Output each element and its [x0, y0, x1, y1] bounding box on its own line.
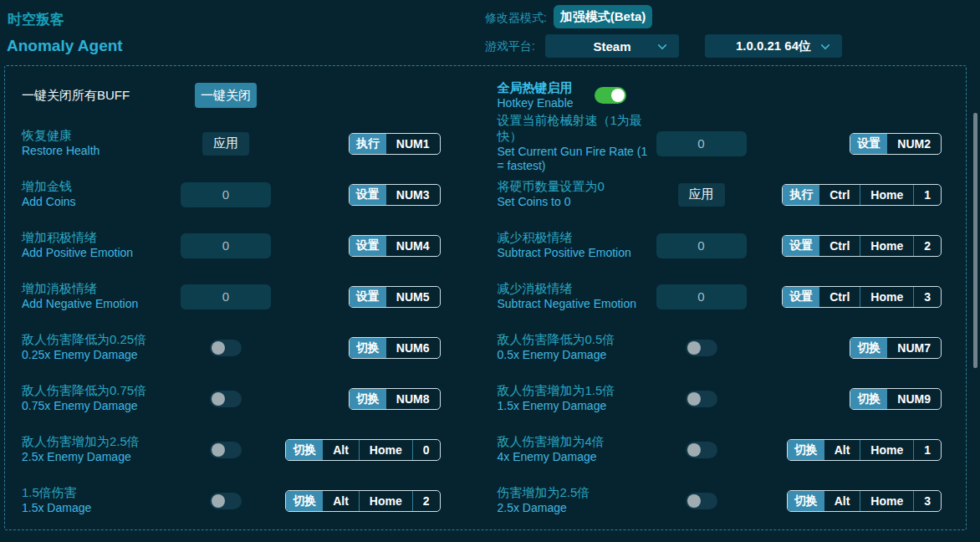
- hotkey-action-button[interactable]: 执行: [783, 185, 819, 205]
- hotkey-widget[interactable]: 设置CtrlHome3: [782, 286, 942, 308]
- hotkey-action-button[interactable]: 设置: [850, 134, 887, 154]
- toggle-switch[interactable]: [210, 442, 242, 458]
- toggle-switch[interactable]: [686, 391, 717, 407]
- cheat-label-en: 2.5x Enemy Damage: [22, 450, 179, 465]
- hotkey-widget[interactable]: 切换AltHome3: [787, 490, 942, 512]
- hotkey-widget[interactable]: 切换AltHome1: [787, 439, 942, 461]
- hotkey-enable-toggle[interactable]: [595, 87, 626, 104]
- cheat-row: 设置当前枪械射速（1为最快）Set Current Gun Fire Rate …: [486, 118, 967, 169]
- toggle-knob: [687, 392, 701, 406]
- control-slot: [655, 284, 748, 309]
- hotkey-action-button[interactable]: 设置: [783, 236, 819, 256]
- hotkey-widget[interactable]: 切换NUM6: [349, 337, 441, 359]
- hotkey-action-button[interactable]: 切换: [286, 440, 323, 460]
- apply-button[interactable]: 应用: [202, 132, 249, 156]
- cheat-row: 将硬币数量设置为0Set Coins to 0应用执行CtrlHome1: [486, 169, 967, 220]
- value-input[interactable]: [181, 284, 271, 309]
- hotkey-key: NUM1: [386, 134, 440, 154]
- value-input[interactable]: [656, 233, 747, 258]
- cheat-label: 减少积极情绪Subtract Positive Emotion: [498, 230, 655, 260]
- toggle-switch[interactable]: [210, 340, 242, 356]
- hotkey-key: 2: [412, 491, 440, 511]
- chevron-down-icon: [820, 40, 829, 49]
- hotkey-key: Home: [860, 236, 913, 256]
- hotkey-widget[interactable]: 切换NUM7: [850, 337, 942, 359]
- hotkey-action-button[interactable]: 执行: [350, 134, 386, 154]
- cheat-label: 敌人伤害增加为4倍4x Enemy Damage: [498, 434, 655, 464]
- hotkey-action-button[interactable]: 设置: [350, 287, 386, 307]
- toggle-knob: [687, 443, 701, 457]
- version-value: 1.0.0.21 64位: [736, 38, 811, 54]
- platform-select[interactable]: Steam: [545, 34, 679, 58]
- scrollbar[interactable]: [972, 65, 980, 542]
- toggle-switch[interactable]: [686, 340, 717, 356]
- hotkey-action-button[interactable]: 设置: [783, 287, 819, 307]
- cheat-label-en: Set Current Gun Fire Rate (1 = fastest): [498, 145, 655, 174]
- hotkey-key: NUM8: [386, 389, 440, 409]
- chevron-down-icon: [657, 40, 666, 49]
- hotkey-action-button[interactable]: 切换: [788, 491, 824, 511]
- toggle-knob: [611, 89, 625, 102]
- hotkey-widget[interactable]: 设置NUM3: [349, 184, 441, 206]
- cheat-row: 敌人伤害降低为0.25倍0.25x Enemy Damage切换NUM6: [5, 322, 486, 373]
- cheat-row: 增加积极情绪Add Positive Emotion设置NUM4: [5, 220, 486, 271]
- hotkey-widget[interactable]: 设置CtrlHome2: [782, 235, 942, 257]
- toggle-switch[interactable]: [686, 493, 717, 509]
- cheat-label-en: Set Coins to 0: [498, 195, 655, 210]
- cheat-label: 敌人伤害增加为2.5倍2.5x Enemy Damage: [22, 434, 179, 464]
- hotkey-widget[interactable]: 设置NUM5: [349, 286, 441, 308]
- hotkey-widget[interactable]: 切换AltHome0: [285, 439, 440, 461]
- control-slot: [655, 340, 748, 356]
- hotkey-widget[interactable]: 切换NUM9: [850, 388, 942, 410]
- hotkey-key: NUM5: [386, 287, 440, 307]
- value-input[interactable]: [656, 131, 747, 156]
- cheat-row: 增加金钱Add Coins设置NUM3: [5, 169, 486, 220]
- control-slot: [179, 442, 273, 458]
- cheat-label: 敌人伤害降低为0.25倍0.25x Enemy Damage: [22, 332, 179, 362]
- hotkey-key: NUM4: [386, 236, 440, 256]
- hotkey-widget[interactable]: 执行NUM1: [349, 133, 441, 155]
- cheat-row: 敌人伤害降低为0.75倍0.75x Enemy Damage切换NUM8: [5, 373, 486, 424]
- cheat-row: 敌人伤害降低为0.5倍0.5x Enemy Damage切换NUM7: [486, 322, 967, 373]
- value-input[interactable]: [181, 182, 271, 207]
- apply-button[interactable]: 应用: [678, 183, 725, 207]
- hotkey-action-button[interactable]: 切换: [286, 491, 323, 511]
- hotkey-widget[interactable]: 执行CtrlHome1: [782, 184, 942, 206]
- trainer-window: 时空叛客 Anomaly Agent 修改器模式: 加强模式(Beta) 游戏平…: [0, 0, 980, 542]
- hotkey-key: Home: [359, 440, 412, 460]
- hotkey-key: NUM6: [386, 338, 440, 358]
- hotkey-action-button[interactable]: 切换: [350, 338, 386, 358]
- cheat-label-en: Subtract Negative Emotion: [498, 297, 655, 312]
- hotkey-key: Alt: [824, 440, 860, 460]
- hotkey-action-button[interactable]: 切换: [850, 389, 887, 409]
- hotkey-widget[interactable]: 设置NUM2: [850, 133, 942, 155]
- control-slot: 应用: [179, 132, 273, 156]
- hotkey-widget[interactable]: 切换AltHome2: [285, 490, 440, 512]
- scrollbar-thumb[interactable]: [973, 113, 977, 368]
- value-input[interactable]: [181, 233, 271, 258]
- hotkey-key: Home: [860, 491, 913, 511]
- platform-label: 游戏平台:: [485, 39, 535, 54]
- cheat-label: 敌人伤害增加为1.5倍1.5x Enemy Damage: [498, 383, 655, 413]
- hotkey-action-button[interactable]: 切换: [850, 338, 887, 358]
- hotkey-action-button[interactable]: 设置: [350, 236, 386, 256]
- hotkey-action-button[interactable]: 切换: [788, 440, 824, 460]
- control-slot: 应用: [655, 183, 748, 207]
- toggle-switch[interactable]: [210, 493, 242, 509]
- toggle-switch[interactable]: [686, 442, 717, 458]
- cheat-row: 敌人伤害增加为1.5倍1.5x Enemy Damage切换NUM9: [486, 373, 967, 424]
- value-input[interactable]: [656, 284, 747, 309]
- hotkey-key: NUM7: [887, 338, 941, 358]
- cheat-row: 伤害增加为2.5倍2.5x Damage切换AltHome3: [486, 475, 967, 526]
- close-all-buff-button[interactable]: 一键关闭: [195, 83, 257, 108]
- mode-button[interactable]: 加强模式(Beta): [554, 5, 652, 28]
- toggle-switch[interactable]: [210, 391, 242, 407]
- hotkey-widget[interactable]: 设置NUM4: [349, 235, 441, 257]
- control-slot: [179, 182, 273, 207]
- cheat-label: 增加积极情绪Add Positive Emotion: [22, 230, 179, 260]
- hotkey-widget[interactable]: 切换NUM8: [349, 388, 441, 410]
- hotkey-action-button[interactable]: 切换: [350, 389, 386, 409]
- version-select[interactable]: 1.0.0.21 64位: [705, 34, 842, 58]
- toggle-knob: [212, 443, 225, 457]
- hotkey-action-button[interactable]: 设置: [350, 185, 386, 205]
